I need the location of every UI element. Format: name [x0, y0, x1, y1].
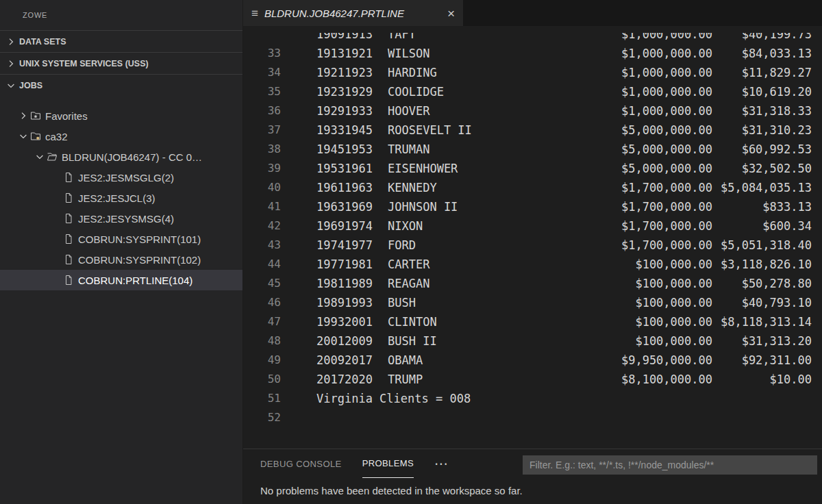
close-icon[interactable]: × — [447, 7, 455, 20]
twistie-spacer — [51, 172, 63, 183]
folder-open-icon — [47, 151, 58, 162]
editor-line[interactable]: 3719331945ROOSEVELT II$5,000,000.00$31,3… — [243, 121, 822, 140]
tab-problems[interactable]: PROBLEMS — [362, 449, 414, 478]
line-number: 40 — [243, 178, 281, 197]
editor-line[interactable]: 19091913TAFT$1,000,000.00$40,199.73 — [243, 33, 822, 44]
line-number: 42 — [243, 216, 281, 236]
sidebar-sections: DATA SETSUNIX SYSTEM SERVICES (USS)JOBS — [0, 30, 242, 96]
col-name: HARDING — [388, 63, 575, 82]
session-icon — [30, 131, 41, 142]
editor-line[interactable]: 4719932001CLINTON$100,000.00$8,118,313.1… — [243, 312, 822, 331]
col-name: HOOVER — [388, 101, 575, 121]
tree-item-jes2-jesjcl-3[interactable]: JES2:JESJCL(3) — [0, 188, 242, 208]
file-icon — [63, 213, 74, 224]
chevron-down-icon[interactable] — [34, 151, 47, 162]
editor-line[interactable]: 4119631969JOHNSON II$1,700,000.00$833.13 — [243, 197, 822, 216]
tree-item-label: COBRUN:SYSPRINT(102) — [78, 254, 201, 266]
line-number: 41 — [243, 197, 281, 216]
col-amt1: $1,000,000.00 — [575, 63, 712, 82]
col-amt1: $100,000.00 — [575, 312, 712, 331]
tree-item-jes2-jesysmsg-4[interactable]: JES2:JESYSMSG(4) — [0, 208, 242, 229]
col-name: NIXON — [388, 216, 575, 236]
col-years: 19932001 — [316, 312, 388, 331]
more-actions-icon[interactable]: ⋯ — [434, 449, 448, 478]
col-years: 19771981 — [316, 255, 388, 274]
col-amt1: $1,700,000.00 — [575, 236, 712, 255]
section-label: DATA SETS — [19, 37, 66, 47]
sidebar-title: ZOWE — [0, 0, 242, 30]
col-amt2: $40,793.10 — [712, 293, 812, 312]
chevron-down-icon[interactable] — [18, 131, 30, 142]
editor: ≡ BLDRUN.JOB46247.PRTLINE × 19091913TAFT… — [243, 0, 822, 449]
tree-item-cobrun-prtline-104[interactable]: COBRUN:PRTLINE(104) — [0, 270, 242, 290]
editor-line[interactable]: 4419771981CARTER$100,000.00$3,118,826.10 — [243, 255, 822, 274]
editor-line[interactable]: 4920092017OBAMA$9,950,000.00$92,311.00 — [243, 351, 822, 370]
col-amt2: $8,118,313.14 — [712, 312, 812, 331]
editor-line[interactable]: 3319131921WILSON$1,000,000.00$84,033.13 — [243, 44, 822, 63]
problems-filter-input[interactable] — [523, 455, 817, 475]
editor-line[interactable]: 52 — [243, 408, 822, 427]
col-amt1: $1,000,000.00 — [575, 101, 712, 121]
editor-lines: 19091913TAFT$1,000,000.00$40,199.7333191… — [243, 33, 822, 427]
line-number: 49 — [243, 351, 281, 370]
col-amt1: $1,700,000.00 — [575, 178, 712, 197]
col-name: KENNEDY — [388, 178, 575, 197]
col-amt1: $1,000,000.00 — [575, 33, 712, 44]
col-name: COOLIDGE — [388, 82, 575, 101]
tree-item-cobrun-sysprint-102[interactable]: COBRUN:SYSPRINT(102) — [0, 249, 242, 270]
editor-line[interactable]: 4619891993BUSH$100,000.00$40,793.10 — [243, 293, 822, 312]
editor-text: Virginia Clients = 008 — [316, 389, 812, 408]
tree-item-ca32[interactable]: ca32 — [0, 126, 242, 147]
col-amt1: $100,000.00 — [575, 255, 712, 274]
col-years: 19891993 — [316, 293, 388, 312]
col-name: BUSH II — [388, 331, 575, 351]
editor-line[interactable]: 4319741977FORD$1,700,000.00$5,051,318.40 — [243, 236, 822, 255]
tree-item-jes2-jesmsglg-2[interactable]: JES2:JESMSGLG(2) — [0, 167, 242, 188]
sidebar-section-data-sets[interactable]: DATA SETS — [0, 30, 242, 52]
tree-item-bldrun-job46247-cc-0[interactable]: BLDRUN(JOB46247) - CC 0… — [0, 147, 242, 167]
twistie-spacer — [51, 234, 63, 244]
tree-item-cobrun-sysprint-101[interactable]: COBRUN:SYSPRINT(101) — [0, 229, 242, 249]
line-number: 52 — [243, 408, 281, 427]
editor-line[interactable]: 3819451953TRUMAN$5,000,000.00$60,992.53 — [243, 140, 822, 159]
col-name: FORD — [388, 236, 575, 255]
col-years: 19611963 — [316, 178, 388, 197]
col-years: 19531961 — [316, 159, 388, 178]
col-amt2: $92,311.00 — [712, 351, 812, 370]
editor-line[interactable]: 3419211923HARDING$1,000,000.00$11,829.27 — [243, 63, 822, 82]
sidebar-section-unix-system-services-uss[interactable]: UNIX SYSTEM SERVICES (USS) — [0, 52, 242, 74]
col-years: 19091913 — [316, 33, 388, 44]
editor-line[interactable]: 5020172020TRUMP$8,100,000.00$10.00 — [243, 370, 822, 389]
editor-line[interactable]: 4019611963KENNEDY$1,700,000.00$5,084,035… — [243, 178, 822, 197]
editor-content[interactable]: 19091913TAFT$1,000,000.00$40,199.7333191… — [243, 26, 822, 449]
col-amt1: $100,000.00 — [575, 331, 712, 351]
editor-line[interactable]: 3519231929COOLIDGE$1,000,000.00$10,619.2… — [243, 82, 822, 101]
file-icon — [63, 234, 74, 244]
editor-line[interactable]: 51Virginia Clients = 008 — [243, 389, 822, 408]
line-number: 51 — [243, 389, 281, 408]
editor-line[interactable]: 3619291933HOOVER$1,000,000.00$31,318.33 — [243, 101, 822, 121]
chevron-right-icon[interactable] — [18, 110, 30, 121]
editor-line[interactable]: 4519811989REAGAN$100,000.00$50,278.80 — [243, 274, 822, 293]
col-amt2: $31,318.33 — [712, 101, 812, 121]
editor-line[interactable]: 4820012009BUSH II$100,000.00$31,313.20 — [243, 331, 822, 351]
tab-bar: ≡ BLDRUN.JOB46247.PRTLINE × — [243, 0, 822, 26]
line-number: 44 — [243, 255, 281, 274]
editor-tab[interactable]: ≡ BLDRUN.JOB46247.PRTLINE × — [243, 0, 463, 26]
sidebar-section-jobs[interactable]: JOBS — [0, 74, 242, 96]
col-amt2: $5,084,035.13 — [712, 178, 812, 197]
col-years: 19691974 — [316, 216, 388, 236]
col-name: JOHNSON II — [388, 197, 575, 216]
col-years: 19451953 — [316, 140, 388, 159]
tab-debug-console[interactable]: DEBUG CONSOLE — [260, 449, 342, 478]
col-name: EISENHOWER — [388, 159, 575, 178]
col-years: 19811989 — [316, 274, 388, 293]
tree-item-label: BLDRUN(JOB46247) - CC 0… — [62, 151, 202, 163]
editor-line[interactable]: 4219691974NIXON$1,700,000.00$600.34 — [243, 216, 822, 236]
editor-line[interactable]: 3919531961EISENHOWER$5,000,000.00$32,502… — [243, 159, 822, 178]
col-amt2: $50,278.80 — [712, 274, 812, 293]
col-amt1: $100,000.00 — [575, 274, 712, 293]
col-amt2: $10,619.20 — [712, 82, 812, 101]
tree-item-favorites[interactable]: Favorites — [0, 105, 242, 126]
tree-item-label: JES2:JESMSGLG(2) — [78, 172, 174, 184]
